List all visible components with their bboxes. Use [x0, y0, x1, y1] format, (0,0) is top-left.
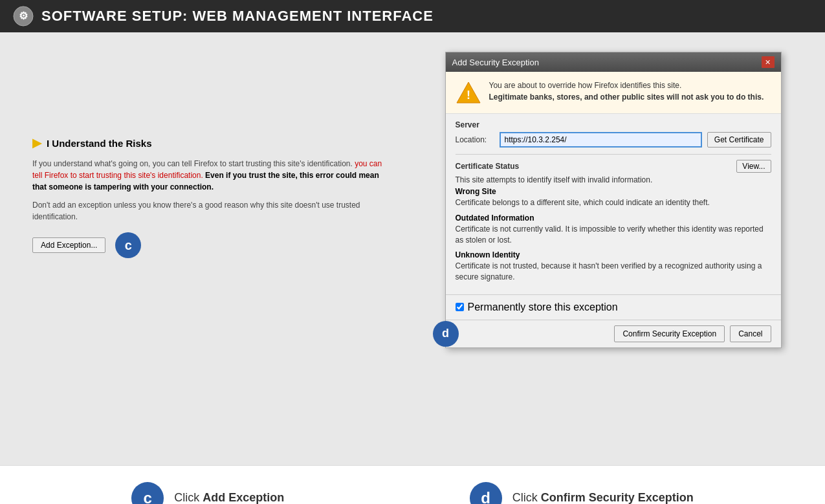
badge-c-small: c — [115, 232, 141, 258]
svg-text:!: ! — [467, 89, 470, 102]
dialog-title: Add Security Exception — [452, 58, 539, 67]
badge-d-dialog: d — [433, 321, 459, 347]
server-label: Server — [456, 120, 771, 129]
understand-risks-body1: If you understand what's going on, you c… — [32, 158, 387, 193]
warning-triangle-icon: ! — [456, 80, 481, 105]
cert-issue-title-unknown: Unknown Identity — [456, 250, 771, 259]
left-panel: ▶ I Understand the Risks If you understa… — [0, 32, 419, 465]
cert-issue-desc-unknown: Certificate is not trusted, because it h… — [456, 261, 771, 283]
instruction-d-bold: Confirm Security Exception — [541, 491, 694, 504]
svg-text:⚙: ⚙ — [19, 10, 28, 21]
cert-issue-outdated: Outdated Information Certificate is not … — [456, 214, 771, 246]
cert-issue-desc-outdated: Certificate is not currently valid. It i… — [456, 224, 771, 246]
warning-text-line1: You are about to override how Firefox id… — [489, 80, 764, 91]
instruction-c-bold: Add Exception — [203, 491, 284, 504]
header: ⚙ SOFTWARE SETUP: WEB MANAGEMENT INTERFA… — [0, 0, 825, 32]
cert-status-section: Certificate Status View... This site att… — [456, 154, 771, 283]
dialog-warning-bar: ! You are about to override how Firefox … — [446, 72, 781, 114]
permanently-store-row: Permanently store this exception — [446, 294, 781, 320]
understand-risks-section: ▶ I Understand the Risks If you understa… — [32, 136, 387, 258]
badge-c-large: c — [131, 482, 164, 505]
badge-d-large: d — [470, 482, 502, 505]
dialog-warning-text: You are about to override how Firefox id… — [489, 80, 764, 103]
dialog-body: Server Location: Get Certificate Certifi… — [446, 114, 781, 294]
cert-issue-unknown: Unknown Identity Certificate is not trus… — [456, 250, 771, 283]
instruction-c-text: Click Add Exception — [174, 491, 284, 504]
understand-risks-body1-normal: If you understand what's going on, you c… — [32, 159, 355, 168]
instruction-d: d Click Confirm Security Exception — [470, 482, 694, 505]
header-logo-icon: ⚙ — [13, 6, 34, 27]
cert-status-desc: This site attempts to identify itself wi… — [456, 175, 771, 184]
add-exception-button[interactable]: Add Exception... — [32, 237, 105, 253]
warning-text-line2: Legitimate banks, stores, and other publ… — [489, 91, 764, 103]
cert-status-title: Certificate Status — [456, 162, 520, 171]
cert-issue-title-wrong-site: Wrong Site — [456, 187, 771, 196]
cert-issue-wrong-site: Wrong Site Certificate belongs to a diff… — [456, 187, 771, 208]
instruction-c-normal: Click — [174, 491, 203, 504]
understand-risks-title: I Understand the Risks — [47, 138, 152, 149]
dialog-titlebar: Add Security Exception ✕ — [446, 52, 781, 72]
cancel-button[interactable]: Cancel — [730, 325, 771, 342]
server-section: Server Location: Get Certificate — [456, 120, 771, 148]
permanently-store-checkbox[interactable] — [456, 303, 464, 311]
permanently-store-label[interactable]: Permanently store this exception — [468, 301, 618, 313]
understand-risks-title-row: ▶ I Understand the Risks — [32, 136, 387, 150]
location-input[interactable] — [500, 132, 702, 148]
dialog-close-button[interactable]: ✕ — [762, 56, 775, 68]
instruction-c: c Click Add Exception — [131, 482, 284, 505]
instruction-d-normal: Click — [512, 491, 541, 504]
main-content: ▶ I Understand the Risks If you understa… — [0, 32, 825, 465]
location-label: Location: — [456, 135, 494, 144]
add-exception-row: Add Exception... c — [32, 232, 387, 258]
add-security-exception-dialog: Add Security Exception ✕ ! You are about… — [445, 52, 782, 348]
cert-issue-title-outdated: Outdated Information — [456, 214, 771, 223]
cert-status-header: Certificate Status View... — [456, 160, 771, 173]
header-title: SOFTWARE SETUP: WEB MANAGEMENT INTERFACE — [41, 8, 434, 25]
view-button[interactable]: View... — [736, 160, 771, 173]
instruction-d-text: Click Confirm Security Exception — [512, 491, 694, 504]
arrow-icon: ▶ — [32, 136, 41, 150]
location-row: Location: Get Certificate — [456, 132, 771, 148]
cert-issue-desc-wrong-site: Certificate belongs to a different site,… — [456, 197, 771, 208]
get-certificate-button[interactable]: Get Certificate — [707, 132, 771, 148]
understand-risks-body2: Don't add an exception unless you know t… — [32, 199, 387, 223]
bottom-instructions: c Click Add Exception d Click Confirm Se… — [0, 465, 825, 504]
confirm-security-exception-button[interactable]: Confirm Security Exception — [614, 325, 725, 342]
dialog-footer: d Confirm Security Exception Cancel — [446, 320, 781, 347]
right-panel: Add Security Exception ✕ ! You are about… — [419, 32, 826, 465]
